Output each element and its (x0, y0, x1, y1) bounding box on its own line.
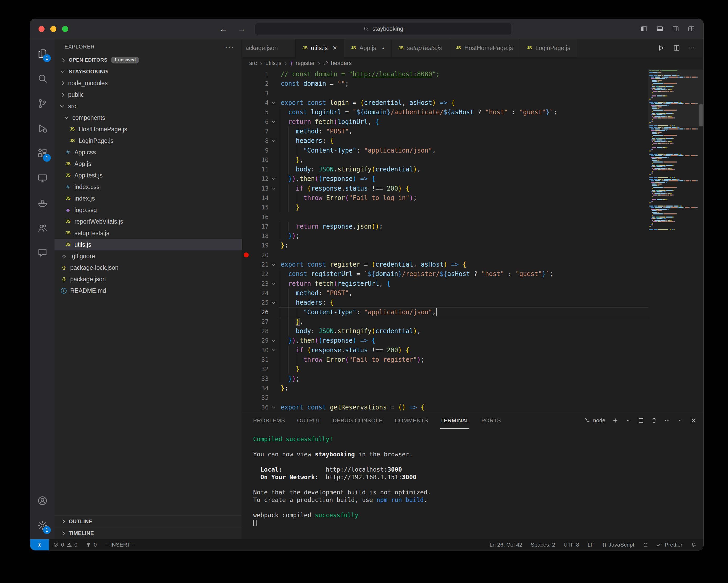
fold-chevron-icon[interactable] (272, 119, 276, 123)
extensions-icon[interactable]: 1 (30, 141, 54, 166)
code-line[interactable]: 33 }); (242, 374, 648, 383)
gutter[interactable]: 2 (242, 79, 279, 88)
fold-chevron-icon[interactable] (272, 138, 276, 142)
fold-chevron-icon[interactable] (272, 348, 276, 351)
gutter[interactable]: 22 (242, 269, 279, 279)
toggle-sidebar-icon[interactable] (641, 25, 648, 32)
code-line[interactable]: 7 method: "POST", (242, 127, 648, 136)
forward-icon[interactable]: → (237, 24, 246, 34)
fold-chevron-icon[interactable] (272, 405, 276, 408)
gutter[interactable]: 11 (242, 164, 279, 174)
code-line[interactable]: 11 body: JSON.stringify(credential), (242, 164, 648, 174)
code-line[interactable]: 17 return response.json(); (242, 222, 648, 231)
status-eol[interactable]: LF (583, 539, 598, 550)
source-control-icon[interactable] (30, 91, 54, 116)
panel-tab-problems[interactable]: PROBLEMS (253, 412, 285, 429)
gutter[interactable]: 18 (242, 231, 279, 240)
open-editors-section[interactable]: OPEN EDITORS 1 unsaved (54, 54, 242, 66)
terminal-output[interactable]: Compiled successfully! You can now view … (242, 429, 703, 539)
modified-dot-icon[interactable]: ● (382, 46, 385, 50)
tab-ackage.json[interactable]: ackage.json (242, 39, 295, 57)
code-line[interactable]: 6 return fetch(loginUrl, { (242, 117, 648, 126)
file-package-lock.json[interactable]: {}package-lock.json (54, 262, 242, 273)
gutter[interactable]: 1 (242, 70, 279, 79)
file-logo.svg[interactable]: ◆logo.svg (54, 204, 242, 216)
ports-status[interactable]: 0 (81, 539, 101, 550)
customize-layout-icon[interactable] (687, 25, 695, 32)
file-package.json[interactable]: {}package.json (54, 273, 242, 285)
folder-node_modules[interactable]: node_modules (54, 77, 242, 89)
code-editor[interactable]: 1// const domain = "http://localhost:808… (242, 70, 703, 412)
gutter[interactable]: 29 (242, 336, 279, 345)
code-line[interactable]: 8 headers: { (242, 136, 648, 146)
code-line[interactable]: 12 }).then((response) => { (242, 174, 648, 183)
editor-scrollbar[interactable] (699, 104, 703, 126)
file-README.md[interactable]: iREADME.md (54, 285, 242, 297)
code-line[interactable]: 22 const registerUrl = `${domain}/regist… (242, 269, 648, 279)
project-section-header[interactable]: STAYBOOKING (54, 66, 242, 77)
code-line[interactable]: 3 (242, 88, 648, 98)
more-actions-icon[interactable] (688, 44, 696, 52)
shell-picker[interactable]: node (584, 417, 605, 424)
toggle-secondary-sidebar-icon[interactable] (672, 25, 679, 32)
file-HostHomePage.js[interactable]: JSHostHomePage.js (54, 124, 242, 135)
code-line[interactable]: 28 body: JSON.stringify(credential), (242, 326, 648, 336)
file-App.test.js[interactable]: JSApp.test.js (54, 170, 242, 181)
folder-src[interactable]: src (54, 100, 242, 112)
gutter[interactable]: 7 (242, 127, 279, 136)
panel-more-icon[interactable] (664, 417, 670, 424)
tab-LoginPage.js[interactable]: JSLoginPage.js (520, 39, 577, 57)
account-icon[interactable] (30, 488, 54, 513)
close-tab-icon[interactable]: × (333, 45, 337, 51)
breadcrumb-item[interactable]: src (249, 60, 257, 67)
panel-tab-output[interactable]: OUTPUT (297, 412, 321, 429)
explorer-icon[interactable]: 1 (30, 41, 54, 66)
gutter[interactable]: 21 (242, 260, 279, 269)
gutter[interactable]: 31 (242, 355, 279, 364)
panel-tab-debug-console[interactable]: DEBUG CONSOLE (333, 412, 383, 429)
gutter[interactable]: 14 (242, 193, 279, 203)
file-reportWebVitals.js[interactable]: JSreportWebVitals.js (54, 216, 242, 227)
code-line[interactable]: 23 return fetch(registerUrl, { (242, 279, 648, 288)
split-editor-icon[interactable] (673, 44, 680, 52)
gutter[interactable]: 32 (242, 364, 279, 374)
gutter[interactable]: 10 (242, 155, 279, 164)
terminal-dropdown-icon[interactable] (625, 417, 631, 423)
run-file-icon[interactable] (657, 44, 665, 52)
maximize-panel-icon[interactable] (677, 417, 683, 424)
code-line[interactable]: 5 const loginUrl = `${domain}/authentica… (242, 107, 648, 117)
code-line[interactable]: 34}; (242, 383, 648, 393)
search-icon[interactable] (30, 66, 54, 91)
file-index.css[interactable]: #index.css (54, 181, 242, 193)
fold-chevron-icon[interactable] (272, 186, 276, 189)
status-indentation[interactable]: Spaces: 2 (526, 539, 559, 550)
docker-icon[interactable] (30, 191, 54, 216)
gutter[interactable]: 36 (242, 402, 279, 412)
tab-HostHomePage.js[interactable]: JSHostHomePage.js (449, 39, 520, 57)
close-window-button[interactable] (38, 26, 45, 32)
code-line[interactable]: 29 }).then((response) => { (242, 336, 648, 345)
code-line[interactable]: 15 } (242, 203, 648, 212)
code-line[interactable]: 19}; (242, 240, 648, 250)
run-debug-icon[interactable] (30, 116, 54, 141)
code-line[interactable]: 35 (242, 393, 648, 402)
code-line[interactable]: 31 throw Error("Fail to register"); (242, 355, 648, 364)
code-line[interactable]: 16 (242, 212, 648, 222)
file-App.js[interactable]: JSApp.js (54, 158, 242, 170)
file-index.js[interactable]: JSindex.js (54, 193, 242, 204)
gutter[interactable]: 6 (242, 117, 279, 126)
code-line[interactable]: 36export const getReservations = () => { (242, 402, 648, 412)
breadcrumb-item[interactable]: utils.js (265, 60, 282, 67)
fold-chevron-icon[interactable] (272, 338, 276, 342)
diagnostics-status[interactable]: 00 (49, 539, 81, 550)
gutter[interactable]: 23 (242, 279, 279, 288)
settings-icon[interactable]: 1 (30, 513, 54, 538)
explorer-actions-icon[interactable]: ··· (225, 45, 234, 48)
remote-explorer-icon[interactable] (30, 166, 54, 191)
status-cursor-position[interactable]: Ln 26, Col 42 (485, 539, 526, 550)
code-line[interactable]: 1// const domain = "http://localhost:808… (242, 70, 648, 79)
gutter[interactable]: 34 (242, 383, 279, 393)
new-terminal-icon[interactable] (612, 417, 619, 424)
zoom-window-button[interactable] (62, 26, 68, 32)
folder-components[interactable]: components (54, 112, 242, 124)
